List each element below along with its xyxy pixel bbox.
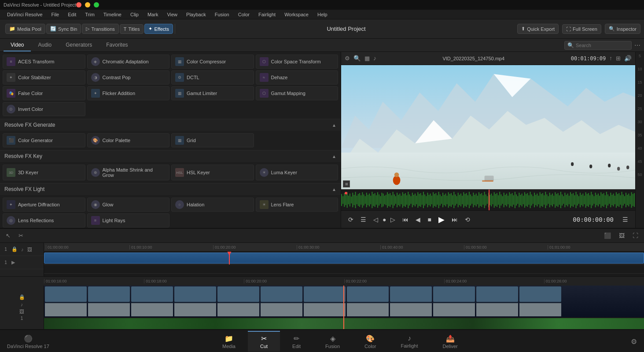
scene-detect-button[interactable]: 🖼 [617, 231, 627, 240]
lower-audio-button[interactable]: ♪ [21, 302, 23, 307]
nav-fairlight[interactable]: ♪ Fairlight [388, 331, 430, 351]
menu-fusion[interactable]: Fusion [211, 11, 233, 18]
fx-item-hsl-keyer[interactable]: HSL HSL Keyer [171, 165, 254, 180]
nav-deliver[interactable]: 📤 Deliver [431, 331, 470, 352]
menu-view[interactable]: View [163, 11, 181, 18]
lower-lock-button[interactable]: 🔒 [19, 294, 25, 300]
fx-light-header[interactable]: Resolve FX Light ▲ [0, 183, 341, 195]
nav-fusion[interactable]: ◈ Fusion [313, 331, 352, 352]
nav-settings[interactable]: ⚙ [618, 334, 644, 348]
menu-edit[interactable]: Edit [64, 11, 80, 18]
effects-button[interactable]: ✦ Effects [144, 24, 173, 34]
fx-item-color-stabilizer[interactable]: ✦ Color Stabilizer [3, 70, 85, 84]
nav-media[interactable]: 📁 Media [210, 331, 248, 352]
fx-generate-header[interactable]: Resolve FX Generate ▲ [0, 119, 341, 131]
preview-share-icon[interactable]: ↑ [609, 55, 612, 62]
video-clip[interactable] [44, 253, 644, 264]
stop-button[interactable]: ■ [426, 214, 433, 225]
fx-item-color-space[interactable]: ⬡ Color Space Transform [256, 55, 339, 69]
search-input[interactable] [576, 43, 629, 48]
preview-settings-icon[interactable]: ⚙ [345, 55, 350, 62]
audio-track-lane[interactable] [44, 265, 644, 274]
menu-help[interactable]: Help [314, 11, 331, 18]
menu-trim[interactable]: Trim [81, 11, 98, 18]
skip-to-end-button[interactable]: ⏭ [450, 214, 460, 225]
fx-item-lens-reflections[interactable]: ◎ Lens Reflections [3, 213, 85, 227]
quick-export-button[interactable]: ⬆ Quick Export [517, 24, 559, 34]
loop2-button[interactable]: ⟲ [463, 214, 472, 225]
nav-edit[interactable]: ✏ Edit [280, 331, 313, 352]
lower-video-button[interactable]: 🖼 [19, 309, 24, 314]
transitions-button[interactable]: ▷ Transitions [82, 24, 118, 34]
tab-generators[interactable]: Generators [59, 39, 99, 51]
media-pool-button[interactable]: 📁 Media Pool [5, 24, 45, 34]
fx-item-aperture[interactable]: ✦ Aperture Diffraction [3, 198, 85, 212]
effects-search-box[interactable]: 🔍 [564, 41, 632, 50]
fx-item-luma-keyer[interactable]: ☀ Luma Keyer [256, 165, 339, 180]
fx-item-aces-transform[interactable]: ≡ ACES Transform [3, 55, 85, 69]
more-options-icon[interactable]: ⋯ [634, 42, 640, 49]
fx-item-flicker[interactable]: ✦ Flicker Addition [87, 86, 170, 100]
preview-audio-meter-icon[interactable]: 🔊 [624, 55, 632, 62]
nav-davinci-logo[interactable]: ⚫ DaVinci Resolve 17 [0, 331, 62, 352]
collapse-light-button[interactable]: ▲ [332, 187, 336, 192]
tab-favorites[interactable]: Favorites [99, 39, 135, 51]
timeline-fit-button[interactable]: ⛶ [630, 231, 640, 240]
fx-item-contrast-pop[interactable]: ◑ Contrast Pop [87, 70, 170, 84]
fx-item-color-compressor[interactable]: ▦ Color Compressor [171, 55, 254, 69]
play-back-button[interactable]: ◀ [414, 214, 422, 225]
close-btn[interactable] [76, 2, 81, 7]
preview-grid-icon[interactable]: ▦ [364, 55, 370, 62]
titles-button[interactable]: T Titles [120, 24, 144, 34]
inspector-button[interactable]: 🔍 Inspector [605, 24, 640, 34]
prev-frame-button[interactable]: ◁ [372, 214, 380, 225]
maximize-btn[interactable] [94, 2, 99, 7]
video-track-lane[interactable] [44, 252, 644, 265]
menu-fairlight[interactable]: Fairlight [255, 11, 279, 18]
full-screen-button[interactable]: ⛶ Full Screen [562, 24, 601, 34]
fx-item-alpha-matte[interactable]: ⊕ Alpha Matte Shrink and Grow [87, 165, 170, 180]
fx-item-gamut-mapping[interactable]: ⬡ Gamut Mapping [256, 86, 339, 100]
preview-audio-icon[interactable]: ♪ [373, 55, 376, 62]
blade-tool-button[interactable]: ✂ [16, 231, 26, 240]
fx-item-glow[interactable]: ◉ Glow [87, 198, 170, 212]
fx-item-lens-flare[interactable]: ☀ Lens Flare [256, 198, 339, 212]
menu-timeline[interactable]: Timeline [100, 11, 125, 18]
fx-item-dehaze[interactable]: ≈ Dehaze [256, 70, 339, 84]
loop-button[interactable]: ⟳ [346, 214, 355, 225]
fx-item-light-rays[interactable]: ≡ Light Rays [87, 213, 170, 227]
fx-item-gamut-limiter[interactable]: ▦ Gamut Limiter [171, 86, 254, 100]
timeline-content[interactable]: 01:00:00:00 01:00:10:00 01:00:20:00 01:0… [44, 243, 644, 276]
skip-to-start-button[interactable]: ⏮ [401, 214, 410, 225]
fx-item-dctl[interactable]: ⚙ DCTL [171, 70, 254, 84]
track-1-lock-button[interactable]: 🔒 [11, 246, 18, 253]
track-v1-icon[interactable]: ▶ [11, 259, 16, 266]
menu-workspace[interactable]: Workspace [281, 11, 312, 18]
select-tool-button[interactable]: ↖ [4, 231, 13, 240]
fx-item-chromatic[interactable]: ◈ Chromatic Adaptation [87, 55, 170, 69]
collapse-key-button[interactable]: ▲ [332, 154, 336, 159]
fx-item-halation[interactable]: ○ Halation [171, 198, 254, 212]
nav-color[interactable]: 🎨 Color [352, 331, 388, 352]
fx-key-header[interactable]: Resolve FX Key ▲ [0, 150, 341, 162]
menu-mark[interactable]: Mark [144, 11, 162, 18]
menu-file[interactable]: File [48, 11, 63, 18]
menu-playback[interactable]: Playback [183, 11, 210, 18]
menu-transport-button[interactable]: ☰ [621, 214, 630, 225]
sync-bin-button[interactable]: 🔄 Sync Bin [46, 24, 81, 34]
nav-cut[interactable]: ✂ Cut [248, 331, 280, 352]
add-track-button[interactable]: ⬛ [602, 231, 613, 240]
track-1-audio-button[interactable]: ♪ [20, 246, 25, 253]
menu-color[interactable]: Color [235, 11, 253, 18]
tab-video[interactable]: Video [4, 39, 31, 51]
menu-davinci[interactable]: DaVinci Resolve [4, 11, 46, 18]
minimize-btn[interactable] [85, 2, 90, 7]
window-controls[interactable] [76, 2, 99, 7]
prev-dot-button[interactable]: ● [381, 214, 388, 225]
fx-item-color-generator[interactable]: ⬛ Color Generator [3, 133, 85, 147]
menu-clip[interactable]: Clip [127, 11, 142, 18]
play-button[interactable]: ▶ [437, 213, 446, 226]
fx-item-color-palette[interactable]: 🎨 Color Palette [87, 133, 170, 147]
collapse-generate-button[interactable]: ▲ [332, 123, 336, 128]
fx-item-3d-keyer[interactable]: 3D 3D Keyer [3, 165, 85, 180]
